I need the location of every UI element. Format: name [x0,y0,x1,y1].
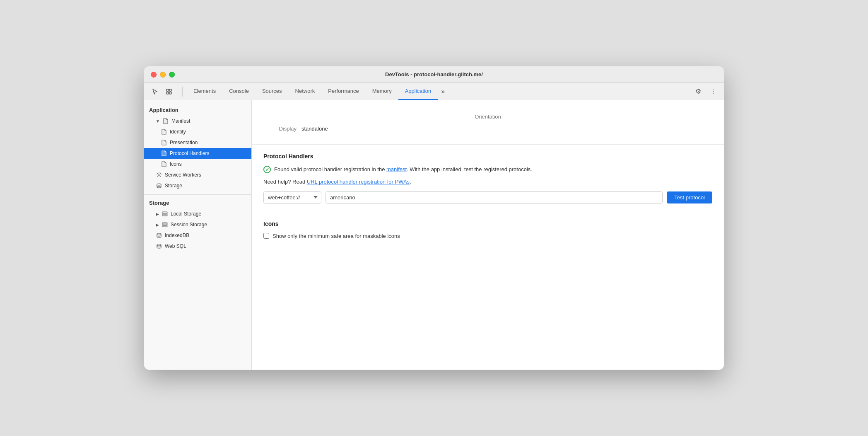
identity-label: Identity [170,129,186,135]
tab-memory[interactable]: Memory [366,83,398,100]
title-bar: DevTools - protocol-handler.glitch.me/ [144,66,724,83]
display-row: Display standalone [263,121,712,136]
indexeddb-label: IndexedDB [165,233,189,238]
pwa-link[interactable]: URL protocol handler registration for PW… [307,179,410,185]
maskable-icons-label: Show only the minimum safe area for mask… [272,233,400,239]
panel: Orientation Display standalone Protocol … [252,100,724,370]
svg-rect-10 [162,224,167,225]
svg-rect-1 [169,89,171,91]
icons-title: Icons [263,220,712,227]
maximize-button[interactable] [169,72,175,78]
protocol-select[interactable]: web+coffee:// [263,191,321,203]
sidebar-item-web-sql[interactable]: Web SQL [144,241,251,252]
presentation-label: Presentation [170,140,198,145]
toolbar-divider [182,87,183,97]
sidebar-item-local-storage[interactable]: ▶ Local Storage [144,208,251,219]
status-text: Found valid protocol handler registratio… [274,165,712,174]
sidebar-separator [144,194,251,195]
svg-rect-3 [169,92,171,94]
indexeddb-icon [156,232,162,239]
manifest-label: Manifest [171,118,190,124]
tab-network[interactable]: Network [289,83,322,100]
svg-rect-6 [162,212,167,213]
close-button[interactable] [151,72,157,78]
icons-label: Icons [170,161,182,167]
protocol-row: web+coffee:// Test protocol [263,191,712,203]
cursor-icon[interactable] [149,86,161,97]
test-protocol-button[interactable]: Test protocol [667,191,712,203]
presentation-file-icon [161,139,167,146]
protocol-input[interactable] [326,191,663,203]
protocol-handlers-label: Protocol Handlers [170,150,209,156]
protocol-status-row: Found valid protocol handler registratio… [263,165,712,174]
sidebar-item-icons[interactable]: Icons [144,159,251,170]
manifest-link[interactable]: manifest [386,166,407,172]
sidebar-storage-title: Storage [144,198,251,208]
svg-point-12 [157,233,161,235]
service-workers-label: Service Workers [165,172,201,178]
tab-bar: Elements Console Sources Network Perform… [187,83,691,100]
svg-rect-7 [162,213,167,215]
sidebar-item-manifest[interactable]: ▼ Manifest [144,116,251,126]
sidebar-item-protocol-handlers[interactable]: Protocol Handlers [144,148,251,159]
settings-icon[interactable]: ⚙ [692,86,704,97]
tab-sources[interactable]: Sources [256,83,289,100]
local-storage-icon [162,211,168,217]
status-text-part1: Found valid protocol handler registratio… [274,166,386,172]
tab-performance[interactable]: Performance [321,83,365,100]
status-text-part2: . With the app installed, test the regis… [407,166,532,172]
sidebar-item-presentation[interactable]: Presentation [144,137,251,148]
sidebar-item-session-storage[interactable]: ▶ Session Storage [144,219,251,230]
svg-rect-2 [166,92,169,94]
session-storage-label: Session Storage [171,222,207,228]
local-storage-arrow: ▶ [156,212,159,216]
session-storage-arrow: ▶ [156,223,159,227]
window-title: DevTools - protocol-handler.glitch.me/ [385,71,483,78]
main-content: Application ▼ Manifest [144,100,724,370]
tab-application[interactable]: Application [398,83,438,100]
local-storage-label: Local Storage [171,211,201,217]
protocol-file-icon [161,150,167,157]
icons-section: Icons Show only the minimum safe area fo… [252,212,724,247]
tab-elements[interactable]: Elements [187,83,222,100]
identity-file-icon [161,128,167,135]
icons-file-icon [161,161,167,167]
traffic-lights [151,72,175,78]
sidebar-application-title: Application [144,105,251,116]
help-text-part1: Need help? Read [263,179,307,185]
session-storage-icon [162,221,168,228]
display-label: Display [263,126,297,132]
svg-rect-11 [162,226,167,227]
toolbar-right: ⚙ ⋮ [692,86,719,97]
help-text-part2: . [410,179,411,185]
protocol-handlers-section: Protocol Handlers Found valid protocol h… [252,145,724,212]
check-circle-icon [263,166,271,173]
svg-point-5 [157,184,161,185]
maskable-icons-row: Show only the minimum safe area for mask… [263,233,712,239]
svg-rect-8 [162,215,167,216]
maskable-icons-checkbox[interactable] [263,233,269,239]
toolbar-icons [149,86,175,97]
orientation-label: Orientation [263,109,712,121]
sidebar-item-storage-app[interactable]: Storage [144,180,251,191]
minimize-button[interactable] [160,72,166,78]
sidebar-item-service-workers[interactable]: Service Workers [144,170,251,180]
sidebar-item-indexeddb[interactable]: IndexedDB [144,230,251,241]
inspect-icon[interactable] [163,86,175,97]
toolbar: Elements Console Sources Network Perform… [144,83,724,100]
display-section: Orientation Display standalone [252,100,724,145]
svg-rect-9 [162,223,167,224]
web-sql-icon [156,243,162,249]
arrow-icon: ▼ [156,119,160,124]
help-text: Need help? Read URL protocol handler reg… [263,179,712,185]
tab-overflow[interactable]: » [438,88,448,95]
protocol-handlers-title: Protocol Handlers [263,153,712,160]
web-sql-label: Web SQL [165,243,186,249]
storage-app-icon [156,182,162,189]
devtools-window: DevTools - protocol-handler.glitch.me/ E… [144,66,724,370]
manifest-file-icon [162,118,169,124]
more-icon[interactable]: ⋮ [707,86,719,97]
svg-point-13 [157,244,161,246]
sidebar-item-identity[interactable]: Identity [144,126,251,137]
tab-console[interactable]: Console [222,83,256,100]
